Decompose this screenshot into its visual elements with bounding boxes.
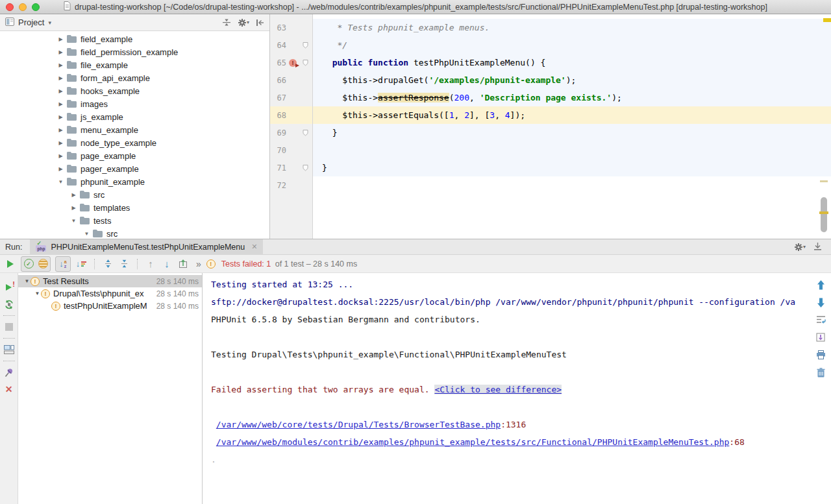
project-tree-item-phpunit_example[interactable]: ▼phpunit_example xyxy=(0,175,269,188)
gutter-line-67[interactable]: 67 xyxy=(270,89,312,106)
test-console[interactable]: Testing started at 13:25 ...sftp://docke… xyxy=(203,273,831,504)
tree-toggle-icon[interactable]: ▼ xyxy=(23,278,31,284)
project-tree-item-form_api_example[interactable]: ▶form_api_example xyxy=(0,71,269,84)
hide-panel-icon[interactable] xyxy=(256,19,264,27)
tree-toggle-icon[interactable]: ▼ xyxy=(57,179,64,185)
fold-marker-icon[interactable] xyxy=(299,130,311,136)
tree-toggle-icon[interactable]: ▶ xyxy=(57,75,64,81)
sort-alphabetically-toggle[interactable]: ↓ az xyxy=(56,257,70,271)
restore-layout-button[interactable] xyxy=(0,341,18,358)
next-occurrence-button[interactable]: ↓ xyxy=(160,257,174,271)
tree-toggle-icon[interactable]: ▼ xyxy=(70,218,77,224)
soft-wrap-button[interactable] xyxy=(815,314,826,326)
print-button[interactable] xyxy=(815,349,826,361)
stop-button[interactable] xyxy=(0,318,18,335)
project-tree-item-src[interactable]: ▶src xyxy=(0,188,269,201)
code-line-70[interactable] xyxy=(313,141,831,159)
pin-tab-button[interactable] xyxy=(0,364,18,381)
project-tree-item-js_example[interactable]: ▶js_example xyxy=(0,110,269,123)
gutter-line-70[interactable]: 70 xyxy=(270,141,312,159)
tree-toggle-icon[interactable]: ▶ xyxy=(57,166,64,172)
project-tree-item-images[interactable]: ▶images xyxy=(0,97,269,110)
tree-toggle-icon[interactable]: ▶ xyxy=(70,192,77,198)
code-line-66[interactable]: $this->drupalGet('/examples/phpunit-exam… xyxy=(313,71,831,89)
error-stripe-mark[interactable] xyxy=(819,211,828,214)
fold-marker-icon[interactable] xyxy=(299,165,311,171)
gutter-line-69[interactable]: 69 xyxy=(270,124,312,141)
project-tree-item-node_type_example[interactable]: ▶node_type_example xyxy=(0,136,269,149)
console-link[interactable]: <Click to see difference> xyxy=(434,385,562,394)
project-tree-item-field_example[interactable]: ▶field_example xyxy=(0,32,269,45)
collapse-all-icon[interactable] xyxy=(222,18,231,27)
tree-toggle-icon[interactable]: ▶ xyxy=(57,114,64,120)
show-ignored-toggle[interactable] xyxy=(36,257,50,271)
code-line-64[interactable]: */ xyxy=(313,36,831,54)
zoom-window-button[interactable] xyxy=(32,3,40,11)
fold-marker-icon[interactable] xyxy=(299,60,311,66)
project-tree-item-src[interactable]: ▼src xyxy=(0,227,269,239)
error-stripe-mark[interactable] xyxy=(823,18,831,22)
gutter-line-72[interactable]: 72 xyxy=(270,176,312,194)
console-link[interactable]: /var/www/web/modules/contrib/examples/ph… xyxy=(216,437,730,447)
tree-toggle-icon[interactable]: ▶ xyxy=(70,205,77,211)
code-editor[interactable]: 63646566676869707172 * Tests phpunit_exa… xyxy=(270,14,831,239)
tree-toggle-icon[interactable]: ▶ xyxy=(57,140,64,146)
hide-panel-down-icon[interactable] xyxy=(813,242,822,252)
gutter-line-68[interactable]: 68 xyxy=(270,106,312,124)
tree-toggle-icon[interactable]: ▶ xyxy=(57,49,64,55)
show-passed-toggle[interactable]: ✓ xyxy=(21,257,36,271)
console-link[interactable]: /var/www/web/core/tests/Drupal/Tests/Bro… xyxy=(216,420,501,429)
rerun-button[interactable] xyxy=(3,257,18,271)
down-the-stack-trace-button[interactable] xyxy=(815,296,826,308)
gear-icon[interactable]: ▾ xyxy=(794,243,806,252)
close-panel-button[interactable]: ✕ xyxy=(0,381,18,398)
code-line-71[interactable]: } xyxy=(313,159,831,176)
clear-all-button[interactable] xyxy=(815,366,826,378)
gutter-line-63[interactable]: 63 xyxy=(270,19,312,36)
tree-toggle-icon[interactable]: ▶ xyxy=(57,36,64,42)
gutter-line-71[interactable]: 71 xyxy=(270,159,312,176)
minimize-window-button[interactable] xyxy=(19,3,27,11)
tree-toggle-icon[interactable]: ▶ xyxy=(57,127,64,133)
project-tree-item-field_permission_example[interactable]: ▶field_permission_example xyxy=(0,45,269,58)
rerun-failed-tests-button[interactable]: ! xyxy=(0,279,18,296)
code-line-65[interactable]: public function testPhpUnitExampleMenu()… xyxy=(313,54,831,71)
sort-by-duration-toggle[interactable]: ↓ xyxy=(74,257,88,271)
gutter-line-64[interactable]: 64 xyxy=(270,36,312,54)
collapse-all-button[interactable] xyxy=(117,257,131,271)
previous-occurrence-button[interactable]: ↑ xyxy=(143,257,158,271)
test-failed-gutter-icon[interactable] xyxy=(289,59,297,67)
test-tree-item[interactable]: ▼Drupal\Tests\phpunit_ex28 s 140 ms xyxy=(18,287,202,300)
expand-all-button[interactable] xyxy=(101,257,115,271)
project-tree-item-menu_example[interactable]: ▶menu_example xyxy=(0,123,269,136)
run-configuration-tab[interactable]: php ✓ PHPUnitExampleMenuTest.testPhpUnit… xyxy=(30,239,263,255)
code-line-72[interactable] xyxy=(313,176,831,194)
tree-toggle-icon[interactable]: ▼ xyxy=(34,291,41,296)
tree-toggle-icon[interactable]: ▶ xyxy=(57,62,64,68)
gutter-line-65[interactable]: 65 xyxy=(270,54,312,71)
tree-toggle-icon[interactable]: ▶ xyxy=(57,153,64,159)
project-tree-item-hooks_example[interactable]: ▶hooks_example xyxy=(0,84,269,97)
close-tab-icon[interactable]: ✕ xyxy=(251,243,257,251)
project-tree-item-file_example[interactable]: ▶file_example xyxy=(0,58,269,71)
project-tree-item-tests[interactable]: ▼tests xyxy=(0,214,269,227)
project-tree-item-page_example[interactable]: ▶page_example xyxy=(0,149,269,162)
error-stripe-mark[interactable] xyxy=(820,180,828,182)
project-tree-item-pager_example[interactable]: ▶pager_example xyxy=(0,162,269,175)
code-line-68[interactable]: $this->assertEquals([1, 2], [3, 4]); xyxy=(313,106,831,124)
code-line-69[interactable]: } xyxy=(313,124,831,141)
fold-marker-icon[interactable] xyxy=(299,42,311,49)
toggle-auto-test-button[interactable] xyxy=(0,296,18,313)
editor-scrollbar[interactable] xyxy=(821,197,827,232)
export-test-results-button[interactable] xyxy=(176,257,190,271)
tree-toggle-icon[interactable]: ▼ xyxy=(83,231,90,237)
code-line-67[interactable]: $this->assertResponse(200, 'Description … xyxy=(313,89,831,106)
test-tree-item[interactable]: testPhpUnitExampleM28 s 140 ms xyxy=(18,300,202,312)
gear-icon[interactable]: ▾ xyxy=(238,18,249,27)
test-tree-item[interactable]: ▼Test Results28 s 140 ms xyxy=(18,275,202,287)
tree-toggle-icon[interactable]: ▶ xyxy=(57,88,64,94)
gutter-line-66[interactable]: 66 xyxy=(270,71,312,89)
more-actions-icon[interactable]: » xyxy=(196,259,201,269)
tree-toggle-icon[interactable]: ▶ xyxy=(57,101,64,107)
project-tree-item-templates[interactable]: ▶templates xyxy=(0,201,269,214)
